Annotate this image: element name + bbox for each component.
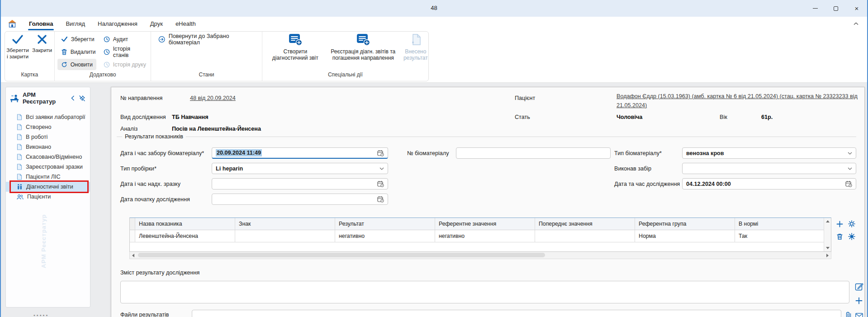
save-and-close-button[interactable]: Зберегти і закрити [6, 33, 29, 60]
collector-select[interactable] [682, 163, 856, 174]
delete-row-button[interactable] [835, 232, 844, 241]
cell-sign[interactable] [235, 230, 335, 242]
select-value: венозна кров [686, 150, 724, 156]
row-selector-stub [130, 218, 135, 230]
audit-button[interactable]: Аудит [100, 33, 132, 45]
maximize-button[interactable] [825, 0, 846, 17]
refresh-button[interactable]: Оновити [57, 59, 96, 70]
scrollbar-thumb[interactable] [138, 253, 545, 257]
attach-file-icon[interactable] [844, 311, 853, 317]
referral-number-link[interactable]: 48 від 20.09.2024 [190, 95, 236, 101]
sidebar-item-in-progress[interactable]: В роботі [6, 132, 90, 142]
tab-nalagodzhennya[interactable]: Налагодження [91, 18, 144, 29]
plus-icon [855, 297, 863, 304]
patient-link[interactable]: Водафон Єддр (15.03.1963) (амб. картка №… [617, 92, 863, 110]
biomaterial-number-input[interactable] [456, 147, 611, 159]
column-header[interactable]: Попереднє значення [535, 218, 635, 230]
document-icon [17, 144, 22, 150]
tab-golovna[interactable]: Головна [23, 18, 59, 29]
cell-reference-value[interactable]: негативно [435, 230, 535, 242]
register-reports-button[interactable]: Реєстрація діагн. звітів та погашення на… [326, 33, 401, 62]
sidebar-unpin-button[interactable] [77, 94, 86, 103]
sidebar-item-diagnostic-reports[interactable]: Діагностичні звіти [6, 182, 90, 192]
table-row[interactable]: Левенштейна-Йенсена негативно негативно … [130, 230, 831, 242]
tube-type-label: Тип пробірки* [120, 166, 157, 172]
tab-vyglyad[interactable]: Вигляд [59, 18, 91, 29]
column-header[interactable]: Знак [235, 218, 335, 230]
cell-indicator-name[interactable]: Левенштейна-Йенсена [135, 230, 235, 242]
tab-druk[interactable]: Друк [144, 18, 169, 29]
calendar-clock-icon[interactable] [377, 180, 384, 187]
sample-datetime-input[interactable]: 20.09.2024 11:49 [212, 147, 388, 159]
home-icon[interactable] [8, 20, 16, 28]
sidebar-item-patients[interactable]: Пацієнти [6, 192, 90, 202]
delete-button[interactable]: Видалити [57, 46, 100, 57]
sidebar-item-cancelled[interactable]: Скасовано/Відмінено [6, 152, 90, 162]
calendar-clock-icon[interactable] [377, 196, 384, 203]
column-header[interactable]: Референтне значення [435, 218, 535, 230]
tube-type-select[interactable]: Li heparin [212, 163, 388, 174]
result-entered-button[interactable]: Внесено результат [403, 33, 428, 62]
results-table: Назва показника Знак Результат Референтн… [129, 218, 831, 252]
app-window: { "window": { "title": "48" }, "menu": {… [0, 0, 868, 317]
table-horizontal-scrollbar[interactable] [129, 252, 831, 259]
document-plus-icon [356, 33, 371, 46]
chevron-up-icon [854, 22, 859, 25]
print-history-button[interactable]: Історія друку [100, 59, 150, 70]
sidebar-collapse-button[interactable] [68, 94, 77, 103]
column-header[interactable]: В нормі [735, 218, 816, 230]
sidebar-item-all-lab-requests[interactable]: Всі заявки лабораторії [6, 112, 90, 122]
calendar-clock-icon[interactable] [845, 180, 852, 187]
column-header[interactable]: Референтна група [635, 218, 735, 230]
ribbon-group-special: Створити діагностичний звіт Реєстрація д… [262, 32, 428, 81]
return-to-state-button[interactable]: Повернути до Забрано біоматеріал [155, 33, 261, 45]
row-settings-icon[interactable] [847, 232, 856, 241]
create-diagnostic-report-button[interactable]: Створити діагностичний звіт [267, 33, 324, 62]
cell-result[interactable]: негативно [335, 230, 435, 242]
cell-in-norm[interactable]: Так [735, 230, 816, 242]
close-button[interactable]: × [846, 0, 867, 17]
calendar-clock-icon[interactable] [377, 150, 384, 156]
age-value: 61р. [761, 114, 773, 120]
scroll-left-icon[interactable] [132, 254, 134, 257]
sidebar-item-done[interactable]: Виконано [6, 142, 90, 152]
received-datetime-input[interactable] [212, 178, 388, 189]
minimize-button[interactable] [805, 0, 825, 17]
save-button[interactable]: Зберегти [57, 33, 98, 45]
sidebar-item-registered-samples[interactable]: Зареєстровані зразки [6, 162, 90, 172]
sidebar-item-patients-lis[interactable]: Пацієнти ЛІС [6, 172, 90, 182]
ribbon-collapse-button[interactable] [851, 19, 861, 28]
age-label: Вік [720, 114, 727, 120]
select-value: Li heparin [216, 166, 243, 172]
clock-icon [104, 36, 110, 43]
edit-content-button[interactable] [854, 282, 863, 291]
result-content-textarea[interactable] [120, 281, 849, 303]
add-content-button[interactable] [854, 296, 863, 305]
close-card-button[interactable]: Закрити [30, 33, 54, 54]
study-datetime-input[interactable]: 04.12.2024 00:00 [682, 178, 856, 189]
add-row-button[interactable] [835, 219, 844, 228]
start-date-input[interactable] [212, 194, 388, 205]
send-mail-icon[interactable] [854, 311, 863, 317]
table-vertical-scrollbar[interactable] [824, 218, 831, 251]
scroll-right-icon[interactable] [826, 254, 829, 257]
column-header[interactable]: Результат [335, 218, 435, 230]
plus-icon [836, 221, 843, 227]
cell-previous-value[interactable] [535, 230, 635, 242]
x-icon [36, 33, 48, 45]
sidebar-watermark: АРМ Реєстратур [40, 173, 47, 268]
tab-ehealth[interactable]: eHealth [169, 18, 202, 29]
result-files-input[interactable] [192, 310, 841, 317]
scroll-up-icon[interactable] [826, 220, 830, 222]
scroll-down-icon[interactable] [826, 247, 830, 249]
maximize-icon [834, 6, 838, 11]
table-settings-icon[interactable] [847, 219, 856, 228]
sidebar-resize-handle[interactable]: ••••• [33, 312, 49, 317]
row-selector-stub[interactable] [130, 230, 135, 242]
column-header[interactable]: Назва показника [135, 218, 235, 230]
cell-reference-group[interactable]: Норма [635, 230, 735, 242]
state-history-button[interactable]: Історія станів [100, 46, 151, 57]
sidebar-item-created[interactable]: Створено [6, 122, 90, 132]
biomaterial-type-select[interactable]: венозна кров [682, 147, 856, 159]
refresh-icon [61, 62, 67, 68]
